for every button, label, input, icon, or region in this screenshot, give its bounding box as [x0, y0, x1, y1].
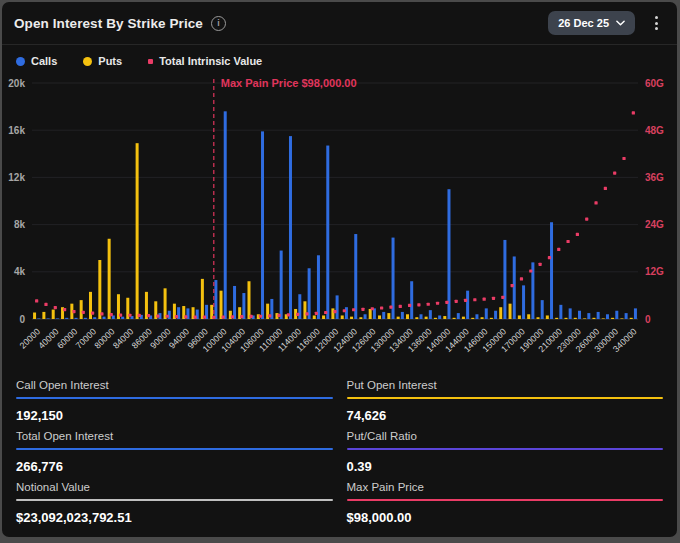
call-bar[interactable]	[569, 308, 572, 319]
call-bar[interactable]	[457, 313, 460, 319]
put-bar[interactable]	[201, 279, 204, 319]
call-bar[interactable]	[382, 312, 385, 319]
put-bar[interactable]	[611, 318, 614, 319]
call-bar[interactable]	[541, 300, 544, 319]
intrinsic-dot[interactable]	[557, 248, 560, 251]
intrinsic-dot[interactable]	[380, 306, 383, 309]
intrinsic-dot[interactable]	[175, 315, 178, 318]
call-bar[interactable]	[103, 317, 106, 319]
intrinsic-dot[interactable]	[548, 256, 551, 259]
intrinsic-dot[interactable]	[389, 306, 392, 309]
put-bar[interactable]	[620, 318, 623, 319]
call-bar[interactable]	[280, 251, 283, 319]
put-bar[interactable]	[592, 318, 595, 319]
intrinsic-dot[interactable]	[436, 302, 439, 305]
put-bar[interactable]	[574, 318, 577, 319]
call-bar[interactable]	[447, 189, 450, 319]
expiry-dropdown[interactable]: 26 Dec 25	[548, 11, 635, 35]
intrinsic-dot[interactable]	[166, 315, 169, 318]
call-bar[interactable]	[559, 305, 562, 319]
intrinsic-dot[interactable]	[249, 315, 252, 318]
intrinsic-dot[interactable]	[455, 300, 458, 303]
put-bar[interactable]	[453, 318, 456, 319]
intrinsic-dot[interactable]	[212, 316, 215, 319]
put-bar[interactable]	[481, 317, 484, 319]
put-bar[interactable]	[369, 309, 372, 319]
put-bar[interactable]	[397, 317, 400, 319]
call-bar[interactable]	[578, 311, 581, 319]
call-bar[interactable]	[233, 286, 236, 319]
intrinsic-dot[interactable]	[203, 315, 206, 318]
call-bar[interactable]	[438, 315, 441, 319]
intrinsic-dot[interactable]	[277, 314, 280, 317]
call-bar[interactable]	[84, 318, 87, 319]
call-bar[interactable]	[121, 317, 124, 319]
intrinsic-dot[interactable]	[324, 311, 327, 314]
put-bar[interactable]	[509, 304, 512, 319]
put-bar[interactable]	[350, 317, 353, 319]
put-bar[interactable]	[630, 318, 633, 319]
intrinsic-dot[interactable]	[566, 240, 569, 243]
put-bar[interactable]	[471, 318, 474, 319]
intrinsic-dot[interactable]	[63, 308, 66, 311]
intrinsic-dot[interactable]	[473, 298, 476, 301]
intrinsic-dot[interactable]	[483, 298, 486, 301]
put-bar[interactable]	[583, 318, 586, 319]
open-interest-chart[interactable]: 004k12G8k24G12k36G16k48G20k60G2000040000…	[6, 71, 672, 371]
intrinsic-dot[interactable]	[501, 296, 504, 299]
call-bar[interactable]	[606, 314, 609, 319]
put-bar[interactable]	[303, 301, 306, 319]
put-bar[interactable]	[80, 300, 83, 319]
call-bar[interactable]	[634, 308, 637, 319]
intrinsic-dot[interactable]	[54, 306, 57, 309]
intrinsic-dot[interactable]	[427, 303, 430, 306]
call-bar[interactable]	[224, 111, 227, 319]
call-bar[interactable]	[75, 318, 78, 319]
intrinsic-dot[interactable]	[287, 313, 290, 316]
call-bar[interactable]	[336, 295, 339, 319]
put-bar[interactable]	[247, 281, 250, 319]
intrinsic-dot[interactable]	[72, 310, 75, 313]
put-bar[interactable]	[415, 317, 418, 319]
intrinsic-dot[interactable]	[539, 263, 542, 266]
legend-item-puts[interactable]: Puts	[83, 55, 122, 67]
call-bar[interactable]	[410, 281, 413, 319]
call-bar[interactable]	[494, 311, 497, 319]
put-bar[interactable]	[537, 317, 540, 319]
put-bar[interactable]	[108, 239, 111, 319]
intrinsic-dot[interactable]	[91, 312, 94, 315]
intrinsic-dot[interactable]	[371, 307, 374, 310]
call-bar[interactable]	[475, 314, 478, 319]
intrinsic-dot[interactable]	[361, 308, 364, 311]
intrinsic-dot[interactable]	[417, 303, 420, 306]
intrinsic-dot[interactable]	[147, 314, 150, 317]
legend-item-intrinsic[interactable]: Total Intrinsic Value	[148, 55, 262, 67]
call-bar[interactable]	[214, 280, 217, 319]
intrinsic-dot[interactable]	[100, 312, 103, 315]
call-bar[interactable]	[466, 291, 469, 319]
put-bar[interactable]	[406, 314, 409, 319]
put-bar[interactable]	[490, 318, 493, 319]
intrinsic-dot[interactable]	[44, 303, 47, 306]
call-bar[interactable]	[550, 222, 553, 319]
call-bar[interactable]	[65, 318, 68, 319]
intrinsic-dot[interactable]	[240, 315, 243, 318]
legend-item-calls[interactable]: Calls	[16, 55, 57, 67]
put-bar[interactable]	[602, 318, 605, 319]
intrinsic-dot[interactable]	[622, 157, 625, 160]
intrinsic-dot[interactable]	[585, 217, 588, 220]
put-bar[interactable]	[555, 318, 558, 319]
put-bar[interactable]	[387, 313, 390, 319]
call-bar[interactable]	[93, 317, 96, 319]
intrinsic-dot[interactable]	[156, 314, 159, 317]
intrinsic-dot[interactable]	[632, 111, 635, 114]
put-bar[interactable]	[33, 313, 36, 319]
intrinsic-dot[interactable]	[445, 301, 448, 304]
call-bar[interactable]	[289, 136, 292, 319]
put-bar[interactable]	[425, 317, 428, 319]
put-bar[interactable]	[164, 288, 167, 319]
intrinsic-dot[interactable]	[315, 312, 318, 315]
put-bar[interactable]	[341, 315, 344, 319]
call-bar[interactable]	[261, 131, 264, 319]
intrinsic-dot[interactable]	[492, 297, 495, 300]
